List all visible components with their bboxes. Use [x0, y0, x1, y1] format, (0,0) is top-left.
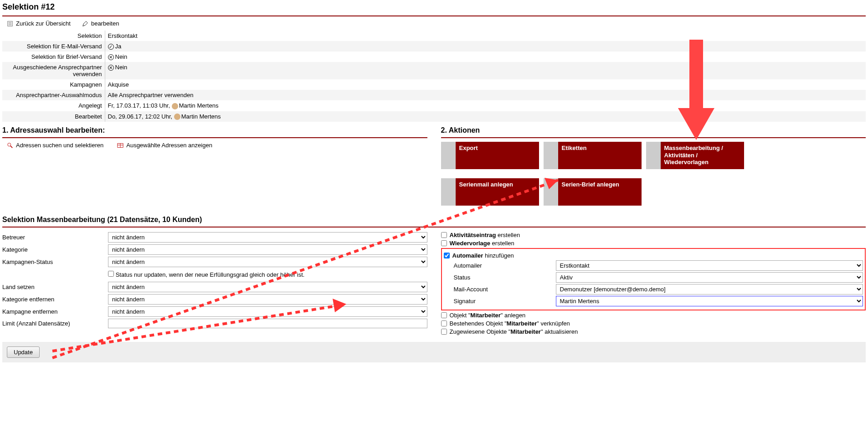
table-icon: [117, 142, 123, 149]
label-limit: Limit (Anzahl Datensätze): [2, 320, 108, 327]
mass-title: Selektion Massenbearbeitung (21 Datensät…: [2, 216, 866, 224]
value-bearbeitet-user: Martin Mertens: [181, 113, 221, 120]
value-angelegt-user: Martin Mertens: [179, 102, 219, 109]
tile-serienmail-label: Serienmail anlegen: [456, 178, 539, 206]
label-betreuer: Betreuer: [2, 234, 108, 241]
check-obj-link[interactable]: [441, 320, 447, 326]
label-obj-anlegen: Objekt "Mitarbeiter" anlegen: [450, 312, 526, 319]
letter-icon: [544, 178, 558, 206]
update-button[interactable]: Update: [7, 346, 40, 358]
label-selektion: Selektion: [2, 31, 105, 41]
mail-icon: [441, 178, 456, 206]
label-ausgeschieden: Ausgeschiedene Ansprechpartner verwenden: [2, 62, 105, 79]
label-automailer: Automailer hinzufügen: [452, 252, 514, 259]
export-icon: [441, 142, 456, 169]
label-wiedervorlage: Wiedervorlage erstellen: [450, 240, 514, 247]
select-am-account[interactable]: Demonutzer [demonutzer@demo.demo]: [556, 284, 863, 295]
tile-export[interactable]: Export: [441, 142, 539, 169]
select-am-status[interactable]: Aktiv: [556, 272, 863, 283]
avatar-icon: [172, 103, 178, 109]
list-icon: [7, 21, 13, 27]
value-bearbeitet-date: Do, 29.06.17, 12:02 Uhr,: [108, 113, 173, 120]
select-am-signatur[interactable]: Martin Mertens: [556, 296, 863, 306]
label-am-account: Mail-Account: [454, 286, 556, 293]
label-kategorie: Kategorie: [2, 246, 108, 253]
edit-label: bearbeiten: [91, 20, 119, 27]
label-email: Selektion für E-Mail-Versand: [2, 41, 105, 52]
tile-etiketten-label: Etiketten: [558, 142, 642, 169]
check-wiedervorlage[interactable]: [441, 240, 447, 246]
select-katentf[interactable]: nicht ändern: [108, 294, 427, 305]
check-obj-update[interactable]: [441, 329, 447, 335]
label-katentf: Kategorie entfernen: [2, 296, 108, 303]
value-selektion: Erstkontakt: [105, 31, 866, 41]
pencil-icon: [82, 21, 88, 27]
top-toolbar: Zurück zur Übersicht bearbeiten: [2, 16, 866, 31]
label-bearbeitet: Bearbeitet: [2, 111, 105, 122]
edit-link[interactable]: bearbeiten: [82, 20, 119, 27]
value-email: Ja: [115, 43, 122, 50]
label-obj-update: Zugewiesene Objekte "Mitarbeiter" aktual…: [450, 328, 578, 335]
label-kampstatus: Kampagnen-Status: [2, 258, 108, 265]
detail-table: SelektionErstkontakt Selektion für E-Mai…: [2, 31, 866, 122]
x-icon: ✕: [108, 54, 114, 60]
search-icon: [7, 142, 13, 149]
check-aktivitaet[interactable]: [441, 232, 447, 238]
tile-etiketten[interactable]: Etiketten: [544, 142, 642, 169]
divider: [2, 227, 866, 227]
label-am-signatur: Signatur: [454, 298, 556, 305]
tile-serienmail[interactable]: Serienmail anlegen: [441, 178, 539, 206]
gear-icon: [646, 142, 661, 169]
check-statushint[interactable]: [108, 271, 114, 277]
automailer-box: Automailer hinzufügen AutomailerErstkont…: [441, 248, 866, 310]
label-land: Land setzen: [2, 284, 108, 290]
select-am-automailer[interactable]: Erstkontakt: [556, 260, 863, 271]
label-kampagnen: Kampagnen: [2, 79, 105, 90]
select-kampentf[interactable]: nicht ändern: [108, 306, 427, 317]
avatar-icon: [174, 114, 180, 120]
label-statushint: Status nur updaten, wenn der neue Erfüll…: [116, 271, 305, 278]
label-icon: [544, 142, 558, 169]
check-obj-anlegen[interactable]: [441, 312, 447, 318]
select-land[interactable]: nicht ändern: [108, 282, 427, 292]
section2-title: 2. Aktionen: [441, 126, 866, 134]
tile-serienbrief[interactable]: Serien-Brief anlegen: [544, 178, 642, 206]
show-addresses-link[interactable]: Ausgewählte Adressen anzeigen: [117, 142, 212, 149]
tile-mass[interactable]: Massenbearbeitung / Aktivitäten / Wieder…: [646, 142, 744, 169]
label-modus: Ansprechpartner-Auswahlmodus: [2, 90, 105, 100]
value-modus: Alle Ansprechpartner verwenden: [105, 90, 866, 100]
select-betreuer[interactable]: nicht ändern: [108, 232, 427, 243]
x-icon: ✕: [108, 65, 114, 71]
page-title: Selektion #12: [2, 2, 866, 12]
back-link[interactable]: Zurück zur Übersicht: [7, 20, 71, 27]
value-kampagnen: Akquise: [105, 79, 866, 90]
label-am-automailer: Automailer: [454, 262, 556, 269]
label-am-status: Status: [454, 274, 556, 281]
label-obj-link: Bestehendes Objekt "Mitarbeiter" verknüp…: [450, 320, 570, 327]
label-aktivitaet: Aktivitätseintrag erstellen: [450, 232, 520, 238]
tile-mass-label: Massenbearbeitung / Aktivitäten / Wieder…: [661, 142, 744, 169]
label-kampentf: Kampagne entfernen: [2, 308, 108, 315]
back-label: Zurück zur Übersicht: [16, 20, 71, 27]
value-brief: Nein: [115, 53, 128, 60]
tile-serienbrief-label: Serien-Brief anlegen: [558, 178, 642, 206]
value-angelegt-date: Fr, 17.03.17, 11:03 Uhr,: [108, 102, 170, 109]
section1-title: 1. Adressauswahl bearbeiten:: [2, 126, 427, 134]
svg-point-4: [8, 143, 11, 146]
tile-export-label: Export: [456, 142, 539, 169]
input-limit[interactable]: [108, 319, 427, 328]
value-ausgeschieden: Nein: [115, 64, 128, 71]
label-angelegt: Angelegt: [2, 100, 105, 111]
check-icon: ✓: [108, 44, 114, 50]
select-kampstatus[interactable]: nicht ändern: [108, 257, 427, 267]
check-automailer[interactable]: [444, 253, 450, 258]
svg-line-5: [10, 146, 12, 148]
select-kategorie[interactable]: nicht ändern: [108, 244, 427, 255]
search-addresses-link[interactable]: Adressen suchen und selektieren: [7, 142, 103, 149]
label-brief: Selektion für Brief-Versand: [2, 52, 105, 62]
search-addresses-label: Adressen suchen und selektieren: [16, 142, 103, 149]
footer: Update: [2, 342, 866, 362]
show-addresses-label: Ausgewählte Adressen anzeigen: [126, 142, 212, 149]
